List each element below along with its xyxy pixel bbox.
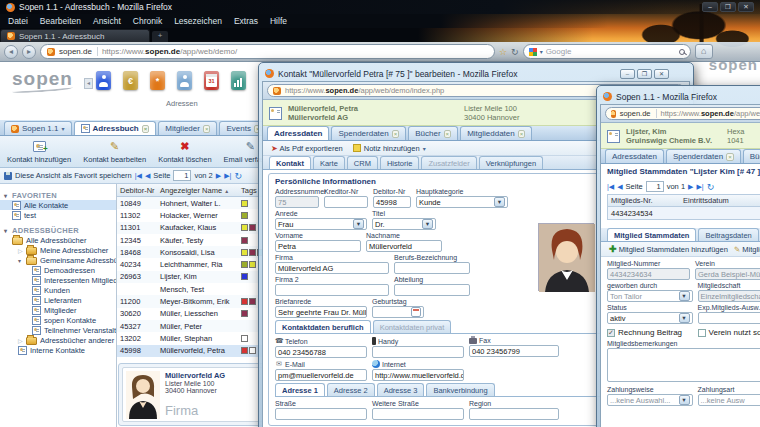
kreditor-field[interactable] bbox=[324, 196, 368, 208]
table-row[interactable]: 10849Hohnert, Walter L. bbox=[117, 197, 268, 209]
expander-icon[interactable]: ▷ bbox=[18, 337, 23, 344]
member-window[interactable]: Sopen 1.1 - Mozilla Firefox sopen.de htt… bbox=[596, 85, 760, 427]
popup-url-bar[interactable]: sopen.de https://www.sopen.de/app/web/de… bbox=[605, 107, 760, 120]
back-button[interactable]: ◂ bbox=[4, 45, 18, 59]
tab-buecher[interactable]: Bücher× bbox=[743, 149, 760, 163]
vorname-field[interactable]: Petra bbox=[275, 240, 361, 252]
prev-page-icon[interactable]: ◀ bbox=[617, 183, 622, 191]
tab-crm[interactable]: CRM bbox=[347, 156, 378, 169]
sidebar-item-meine-adressbuecher[interactable]: ▷Meine Adressbücher bbox=[0, 245, 116, 255]
menu-extras[interactable]: Extras bbox=[234, 16, 258, 26]
popup-titlebar[interactable]: Sopen 1.1 - Mozilla Firefox bbox=[600, 89, 760, 104]
last-page-icon[interactable]: ▶| bbox=[224, 172, 231, 180]
minimize-button[interactable]: – bbox=[702, 2, 718, 12]
bemerkungen-textarea[interactable] bbox=[607, 348, 760, 382]
add-stammdaten-button[interactable]: ✚ Mitglied Stammdaten hinzufügen bbox=[609, 244, 728, 254]
save-view-link[interactable]: Diese Ansicht als Favorit speichern bbox=[15, 171, 132, 180]
tab-buecher[interactable]: Bücher× bbox=[408, 126, 458, 140]
fax-field[interactable]: 040 23456799 bbox=[469, 345, 559, 357]
new-tab-button[interactable]: + bbox=[152, 31, 168, 42]
sidebar-item-kunden[interactable]: Kunden bbox=[0, 285, 116, 295]
tab-mitglied-stammdaten[interactable]: Mitglied Stammdaten bbox=[607, 228, 696, 241]
restore-button[interactable]: ❐ bbox=[720, 2, 736, 12]
tab-adresse-3[interactable]: Adresse 3 bbox=[377, 383, 425, 396]
edit-contact-button[interactable]: ✎Kontakt bearbeiten bbox=[80, 138, 149, 165]
main-window-titlebar[interactable]: Sopen 1.1 - Adressbuch - Mozilla Firefox… bbox=[0, 0, 760, 14]
tab-beitragsdaten[interactable]: Beitragsdaten bbox=[698, 228, 758, 241]
site-identity-chip[interactable]: sopen.de bbox=[620, 109, 657, 118]
expander-icon[interactable]: ▷ bbox=[18, 247, 23, 254]
nachname-field[interactable]: Müllervorfeld bbox=[366, 240, 442, 252]
menu-hilfe[interactable]: Hilfe bbox=[270, 16, 287, 26]
abteilung-field[interactable] bbox=[394, 284, 470, 296]
geworben-select[interactable]: Ton Tailor▼ bbox=[607, 290, 693, 302]
briefanrede-field[interactable]: Sehr geehrte Frau Dr. Müllerv bbox=[275, 306, 367, 318]
sidebar-header-favoriten[interactable]: ▾FAVORITEN bbox=[0, 190, 116, 200]
menu-chronik[interactable]: Chronik bbox=[133, 16, 162, 26]
tab-adresse-1[interactable]: Adresse 1 bbox=[275, 383, 325, 396]
sidebar-item-alle-adressbuecher[interactable]: Alle Adressbücher bbox=[0, 235, 116, 245]
prev-page-icon[interactable]: ◀ bbox=[145, 172, 150, 180]
next-page-icon[interactable]: ▶ bbox=[688, 183, 693, 191]
close-tab-icon[interactable]: × bbox=[203, 125, 211, 133]
weitere-strasse-field[interactable] bbox=[372, 408, 464, 420]
firma-field[interactable]: Müllervorfeld AG bbox=[275, 262, 389, 274]
sidebar-item-teilnehmer[interactable]: Teilnehmer Veranstaltungen bbox=[0, 325, 116, 335]
sidebar-item-lieferanten[interactable]: Lieferanten bbox=[0, 295, 116, 305]
sidebar-item-alle-kontakte[interactable]: Alle Kontakte bbox=[0, 200, 116, 210]
debitor-field[interactable]: 45998 bbox=[373, 196, 411, 208]
expander-icon[interactable]: ▾ bbox=[18, 257, 23, 264]
dropdown-icon[interactable]: ▼ bbox=[679, 395, 690, 405]
sidebar-header-adressbuecher[interactable]: ▾ADRESSBÜCHER bbox=[0, 225, 116, 235]
menu-bearbeiten[interactable]: Bearbeiten bbox=[40, 16, 81, 26]
next-page-icon[interactable]: ▶ bbox=[216, 172, 221, 180]
calendar-icon[interactable] bbox=[411, 307, 421, 317]
refresh-icon[interactable]: ↻ bbox=[234, 171, 242, 181]
sidebar-item-mitglieder[interactable]: Mitglieder bbox=[0, 305, 116, 315]
first-page-icon[interactable]: |◀ bbox=[607, 183, 614, 191]
strasse-field[interactable] bbox=[275, 408, 367, 420]
close-button[interactable]: ✕ bbox=[738, 2, 754, 12]
members-module-icon[interactable] bbox=[177, 71, 192, 90]
sidebar-item-interne-kontakte[interactable]: Interne Kontakte bbox=[0, 345, 116, 355]
email-field[interactable]: pm@muellervorfeld.de bbox=[275, 369, 367, 381]
table-row[interactable]: 11302Holacker, Werner bbox=[117, 209, 268, 221]
handy-field[interactable] bbox=[372, 346, 464, 358]
table-row[interactable]: 40234Leichthammer, Ria bbox=[117, 258, 268, 270]
region-field[interactable] bbox=[469, 408, 559, 420]
sidebar-item-sopen-kontakte[interactable]: sopen Kontakte bbox=[0, 315, 116, 325]
add-contact-button[interactable]: +Kontakt hinzufügen bbox=[4, 138, 74, 165]
menu-ansicht[interactable]: Ansicht bbox=[93, 16, 121, 26]
search-magnifier-icon[interactable] bbox=[679, 49, 685, 55]
table-row[interactable]: 26963Lijster, Kim bbox=[117, 271, 268, 283]
status-select[interactable]: aktiv▼ bbox=[607, 312, 693, 324]
tab-adressdaten[interactable]: Adressdaten bbox=[605, 149, 664, 163]
close-tab-icon[interactable]: × bbox=[444, 130, 452, 138]
edit-stammdaten-button[interactable]: ✎ Mitglied Stam bbox=[734, 245, 760, 254]
tab-kontaktdaten-privat[interactable]: Kontaktdaten privat bbox=[373, 320, 452, 333]
internet-field[interactable]: http://www.muellervorfeld.de bbox=[372, 369, 464, 381]
tab-adresse-2[interactable]: Adresse 2 bbox=[327, 383, 375, 396]
first-page-icon[interactable]: |◀ bbox=[135, 172, 142, 180]
rechnung-checkbox[interactable]: ✓ bbox=[607, 329, 615, 337]
titel-select[interactable]: Dr.▼ bbox=[372, 218, 436, 230]
statistics-module-icon[interactable] bbox=[231, 71, 246, 90]
close-tab-icon[interactable]: × bbox=[392, 130, 400, 138]
sidebar-item-andere-benutzer[interactable]: ▷Adressbücher anderer Benutzer bbox=[0, 335, 116, 345]
exp-mitglieds-field[interactable] bbox=[698, 312, 760, 324]
tab-spenderdaten[interactable]: Spenderdaten× bbox=[666, 149, 741, 163]
tab-kontakt[interactable]: Kontakt bbox=[269, 156, 311, 169]
tab-karte[interactable]: Karte bbox=[313, 156, 345, 169]
tab-sopen[interactable]: Sopen 1.1▾ bbox=[4, 121, 72, 135]
table-row[interactable]: Mensch, Test bbox=[117, 283, 268, 295]
close-button[interactable]: ✕ bbox=[654, 69, 669, 79]
beruf-field[interactable] bbox=[394, 262, 470, 274]
refresh-icon[interactable]: ↻ bbox=[707, 182, 715, 192]
sidebar-item-test[interactable]: test bbox=[0, 210, 116, 220]
table-row[interactable]: 11301Kaufacker, Klaus bbox=[117, 222, 268, 234]
firma2-field[interactable] bbox=[275, 284, 389, 296]
tab-spenderdaten[interactable]: Spenderdaten× bbox=[331, 126, 406, 140]
tab-adressbuch[interactable]: Adressbuch× bbox=[74, 121, 157, 135]
tab-historie[interactable]: Historie bbox=[380, 156, 419, 169]
close-tab-icon[interactable]: × bbox=[518, 130, 526, 138]
